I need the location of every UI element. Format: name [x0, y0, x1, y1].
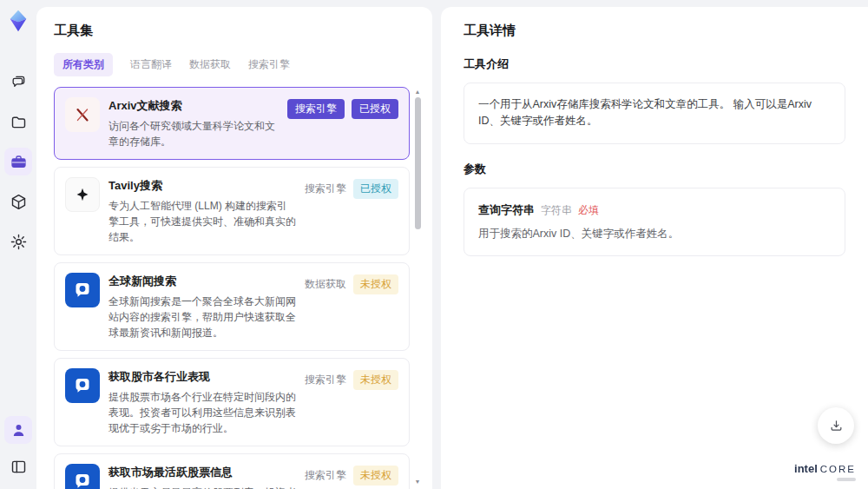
stock-app-icon: [65, 368, 100, 403]
intel-logo-subbadge: [837, 478, 856, 481]
tool-card-global-news[interactable]: 全球新闻搜索 全球新闻搜索是一个聚合全球各大新闻网站内容的搜索引擎，帮助用户快速…: [54, 262, 410, 351]
tab-search-engine[interactable]: 搜索引擎: [248, 53, 290, 76]
nav-cube-icon[interactable]: [4, 188, 32, 215]
category-tabs: 所有类别 语言翻译 数据获取 搜索引擎: [54, 53, 424, 76]
tool-card-tavily[interactable]: Tavily搜索 专为人工智能代理 (LLM) 构建的搜索引擎工具，可快速提供实…: [54, 167, 410, 255]
scroll-up-arrow[interactable]: ▲: [413, 89, 422, 96]
nav-toolbox-icon[interactable]: [4, 148, 32, 175]
page-title: 工具集: [54, 23, 424, 39]
tool-card-stock-sectors[interactable]: 获取股市各行业表现 提供股票市场各个行业在特定时间段内的表现。投资者可以利用这些…: [54, 358, 410, 446]
app-logo-icon: [6, 9, 30, 33]
arxiv-logo-icon: [65, 97, 100, 132]
nav-chat-icon[interactable]: [4, 68, 32, 96]
download-button[interactable]: [818, 407, 854, 444]
param-desc: 用于搜索的Arxiv ID、关键字或作者姓名。: [478, 226, 831, 242]
tool-body: 全球新闻搜索 全球新闻搜索是一个聚合全球各大新闻网站内容的搜索引擎，帮助用户快速…: [108, 273, 296, 340]
tool-tags: 搜索引擎 未授权: [305, 464, 398, 486]
tool-name: 获取股市各行业表现: [108, 369, 296, 385]
left-rail: [0, 0, 36, 489]
tool-name: Tavily搜索: [108, 178, 296, 194]
core-wordmark: CORE: [820, 464, 856, 474]
tool-tags: 搜索引擎 未授权: [305, 368, 398, 390]
param-name: 查询字符串: [478, 202, 535, 219]
tool-status-badge: 已授权: [353, 179, 398, 199]
intro-heading: 工具介绍: [464, 56, 845, 72]
tools-panel: 工具集 所有类别 语言翻译 数据获取 搜索引擎 A: [36, 7, 432, 489]
tool-category-tag: 数据获取: [305, 277, 346, 292]
tool-category-tag: 搜索引擎: [305, 373, 346, 387]
app-window: 工具集 所有类别 语言翻译 数据获取 搜索引擎 A: [0, 0, 868, 489]
tool-name: 获取市场最活跃股票信息: [108, 465, 296, 480]
tool-card-arxiv[interactable]: Arxiv文献搜索 访问各个研究领域大量科学论文和文章的存储库。 搜索引擎 已授…: [54, 87, 410, 160]
tool-category-tag: 搜索引擎: [305, 182, 346, 196]
tool-body: Arxiv文献搜索 访问各个研究领域大量科学论文和文章的存储库。: [108, 97, 279, 149]
intro-card: 一个用于从Arxiv存储库搜索科学论文和文章的工具。 输入可以是Arxiv ID…: [464, 83, 845, 144]
tool-category-tag: 搜索引擎: [305, 468, 346, 483]
tool-desc: 提供当天交易量最高的股票列表，投资者可以利用这些信息来识别流动性强的股票和潜在的…: [108, 485, 296, 489]
tool-desc: 专为人工智能代理 (LLM) 构建的搜索引擎工具，可快速提供实时、准确和真实的结…: [108, 198, 296, 245]
tool-status-badge: 未授权: [353, 466, 398, 486]
intel-wordmark: intel: [794, 462, 818, 475]
tab-language-translation[interactable]: 语言翻译: [130, 53, 172, 76]
rail-nav: [4, 68, 32, 255]
tool-list: Arxiv文献搜索 访问各个研究领域大量科学论文和文章的存储库。 搜索引擎 已授…: [54, 87, 424, 489]
intro-text: 一个用于从Arxiv存储库搜索科学论文和文章的工具。 输入可以是Arxiv ID…: [478, 98, 812, 127]
detail-title: 工具详情: [464, 23, 845, 39]
tool-desc: 提供股票市场各个行业在特定时间段内的表现。投资者可以利用这些信息来识别表现优于或…: [108, 389, 296, 436]
tool-detail-panel: 工具详情 工具介绍 一个用于从Arxiv存储库搜索科学论文和文章的工具。 输入可…: [441, 7, 868, 489]
tool-tags: 搜索引擎 已授权: [287, 97, 398, 119]
tool-status-badge: 未授权: [353, 274, 398, 294]
tab-data-fetch[interactable]: 数据获取: [189, 53, 231, 76]
tool-body: 获取市场最活跃股票信息 提供当天交易量最高的股票列表，投资者可以利用这些信息来识…: [108, 464, 296, 489]
nav-settings-gear-icon[interactable]: [4, 228, 32, 255]
params-heading: 参数: [464, 162, 845, 177]
param-card: 查询字符串 字符串 必填 用于搜索的Arxiv ID、关键字或作者姓名。: [464, 188, 845, 257]
tool-tags: 搜索引擎 已授权: [305, 177, 398, 199]
user-profile-icon[interactable]: [4, 416, 32, 444]
tab-all-categories[interactable]: 所有类别: [54, 53, 113, 76]
nav-folder-icon[interactable]: [4, 108, 32, 135]
scrollbar-thumb[interactable]: [415, 97, 421, 229]
tool-category-tag: 搜索引擎: [287, 99, 345, 119]
tool-name: Arxiv文献搜索: [108, 98, 279, 114]
scroll-down-arrow[interactable]: ▼: [413, 479, 422, 486]
param-type: 字符串: [541, 202, 572, 219]
news-app-icon: [65, 273, 100, 307]
stock-app-icon: [65, 464, 100, 489]
rail-bottom: [4, 416, 32, 480]
collapse-panel-icon[interactable]: [4, 453, 32, 480]
tool-card-active-stocks[interactable]: 获取市场最活跃股票信息 提供当天交易量最高的股票列表，投资者可以利用这些信息来识…: [54, 453, 410, 489]
tool-status-badge: 未授权: [353, 370, 398, 390]
tool-desc: 全球新闻搜索是一个聚合全球各大新闻网站内容的搜索引擎，帮助用户快速获取全球最新资…: [108, 294, 296, 340]
tool-body: Tavily搜索 专为人工智能代理 (LLM) 构建的搜索引擎工具，可快速提供实…: [108, 177, 296, 245]
tool-desc: 访问各个研究领域大量科学论文和文章的存储库。: [108, 118, 279, 149]
list-scrollbar[interactable]: ▲ ▼: [413, 87, 422, 489]
tool-tags: 数据获取 未授权: [305, 273, 398, 294]
tool-body: 获取股市各行业表现 提供股票市场各个行业在特定时间段内的表现。投资者可以利用这些…: [108, 368, 296, 436]
intel-core-logo: intel CORE: [794, 462, 856, 475]
tool-status-badge: 已授权: [352, 99, 398, 119]
tool-name: 全球新闻搜索: [108, 274, 296, 289]
param-required-flag: 必填: [578, 202, 599, 219]
sparkle-icon: [65, 177, 100, 212]
param-header: 查询字符串 字符串 必填: [478, 202, 831, 219]
download-icon: [829, 419, 844, 433]
